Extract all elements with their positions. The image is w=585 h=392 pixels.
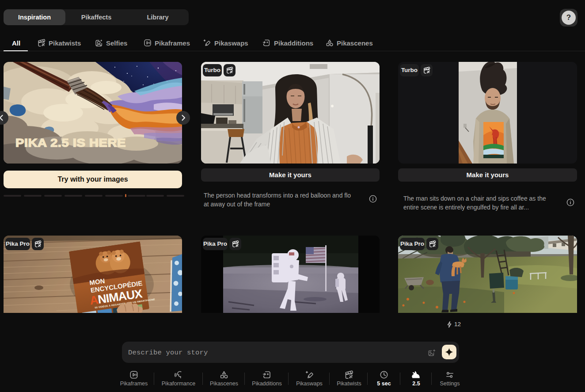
- svg-text:PIKA 2.5 IS HERE: PIKA 2.5 IS HERE: [15, 137, 126, 149]
